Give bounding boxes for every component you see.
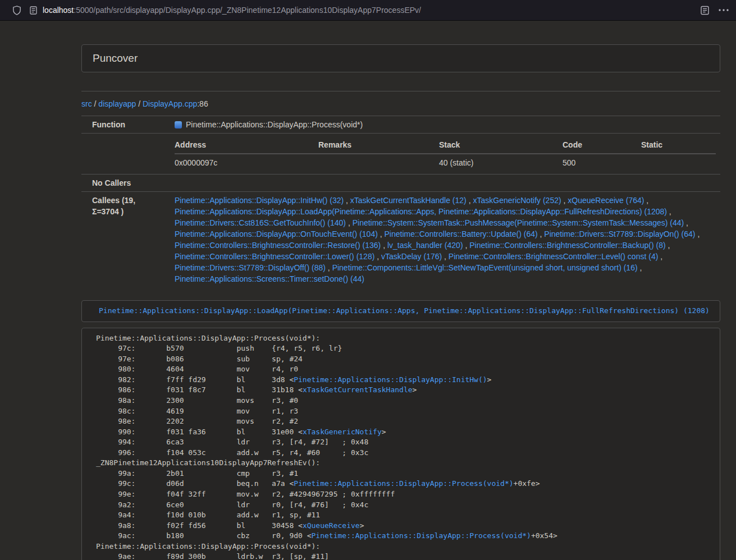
stack-value: 40 (static)	[439, 154, 563, 171]
page-content: Puncover src / displayapp / DisplayApp.c…	[81, 21, 720, 560]
browser-toolbar: localhost:5000/path/src/displayapp/Displ…	[0, 0, 736, 21]
shield-icon[interactable]	[12, 6, 21, 15]
code-symbol-link[interactable]: xTaskGetCurrentTaskHandle	[303, 385, 413, 394]
divider	[81, 91, 720, 91]
code-symbol-link[interactable]: Pinetime::Applications::DisplayApp::Init…	[294, 375, 487, 384]
details-label-empty	[81, 134, 164, 175]
details-row: Address Remarks Stack Code Static 0x0000…	[81, 134, 720, 175]
function-signature-cell: Pinetime::Applications::DisplayApp::Proc…	[164, 116, 720, 134]
address-table-header: Address Remarks Stack Code Static	[175, 136, 716, 154]
address-row: 0x0000097c 40 (static) 500	[175, 154, 716, 171]
callees-list: Pinetime::Applications::DisplayApp::Init…	[164, 192, 720, 288]
app-header-panel: Puncover	[81, 44, 720, 72]
callee-link[interactable]: lv_task_handler (420)	[387, 241, 463, 250]
callees-row: Callees (19, Σ=3704 ) Pinetime::Applicat…	[81, 192, 720, 288]
callee-link[interactable]: xTaskGetCurrentTaskHandle (12)	[350, 196, 467, 205]
breadcrumb-separator: /	[136, 99, 143, 108]
page-info-icon[interactable]	[30, 6, 37, 15]
callee-link[interactable]: Pinetime::Controllers::BrightnessControl…	[469, 241, 665, 250]
breadcrumb-separator: /	[92, 99, 99, 108]
callers-cell-empty	[164, 175, 720, 192]
code-symbol-link[interactable]: Pinetime::Applications::DisplayApp::Proc…	[312, 531, 531, 540]
function-label: Function	[81, 116, 164, 134]
reader-view-icon[interactable]	[701, 6, 709, 15]
disassembly-pre: Pinetime::Applications::DisplayApp::Proc…	[81, 328, 720, 560]
highlighted-callee-box: Pinetime::Applications::DisplayApp::Load…	[81, 300, 720, 322]
breadcrumb: src / displayapp / DisplayApp.cpp:86	[81, 99, 720, 108]
url-path: :5000/path/src/displayapp/DisplayApp.cpp…	[74, 6, 421, 15]
breadcrumb-link-src[interactable]: src	[81, 99, 92, 108]
callee-link[interactable]: Pinetime::Controllers::BrightnessControl…	[449, 252, 658, 261]
breadcrumb-link-file[interactable]: DisplayApp.cpp	[143, 99, 197, 108]
function-type-icon	[175, 121, 182, 128]
col-remarks: Remarks	[318, 136, 439, 154]
details-cell: Address Remarks Stack Code Static 0x0000…	[164, 134, 720, 175]
col-stack: Stack	[439, 136, 563, 154]
function-signature: Pinetime::Applications::DisplayApp::Proc…	[186, 120, 363, 129]
remarks-value	[318, 154, 439, 171]
callee-link[interactable]: Pinetime::Controllers::BrightnessControl…	[175, 252, 374, 261]
page-actions-menu-icon[interactable]	[719, 9, 729, 11]
callee-link[interactable]: Pinetime::Drivers::St7789::DisplayOff() …	[175, 263, 326, 272]
callee-link[interactable]: Pinetime::Applications::Screens::Timer::…	[175, 274, 364, 283]
url-domain: localhost	[43, 6, 74, 15]
callee-link[interactable]: Pinetime::System::SystemTask::PushMessag…	[353, 218, 684, 227]
callee-link[interactable]: Pinetime::Applications::DisplayApp::OnTo…	[175, 229, 378, 238]
callee-link[interactable]: Pinetime::Components::LittleVgl::SetNewT…	[332, 263, 638, 272]
code-symbol-link[interactable]: xQueueReceive	[303, 521, 360, 530]
callee-link[interactable]: Pinetime::Controllers::Battery::Update()…	[385, 229, 538, 238]
callee-link[interactable]: xQueueReceive (764)	[568, 196, 644, 205]
col-address: Address	[175, 136, 318, 154]
breadcrumb-line-number: :86	[197, 99, 208, 108]
no-callers-label: No Callers	[81, 175, 164, 192]
callers-row: No Callers	[81, 175, 720, 192]
url-bar[interactable]: localhost:5000/path/src/displayapp/Displ…	[26, 6, 701, 15]
symbol-table: Function Pinetime::Applications::Display…	[81, 116, 720, 287]
code-symbol-link[interactable]: Pinetime::Applications::DisplayApp::Proc…	[294, 479, 513, 488]
callee-link[interactable]: Pinetime::Applications::DisplayApp::Init…	[175, 196, 344, 205]
callee-link[interactable]: Pinetime::Controllers::BrightnessControl…	[175, 241, 381, 250]
address-table: Address Remarks Stack Code Static 0x0000…	[175, 136, 716, 171]
callees-label: Callees (19, Σ=3704 )	[81, 192, 164, 288]
breadcrumb-link-displayapp[interactable]: displayapp	[98, 99, 136, 108]
code-symbol-link[interactable]: xTaskGenericNotify	[303, 428, 382, 436]
function-row: Function Pinetime::Applications::Display…	[81, 116, 720, 134]
toolbar-actions	[701, 6, 736, 15]
callee-link[interactable]: Pinetime::Drivers::St7789::DisplayOn() (…	[544, 229, 695, 238]
callee-link[interactable]: Pinetime::Drivers::Cst816S::GetTouchInfo…	[175, 218, 346, 227]
callee-link[interactable]: vTaskDelay (176)	[381, 252, 442, 261]
app-title: Puncover	[93, 52, 709, 65]
col-static: Static	[641, 136, 716, 154]
callee-link[interactable]: xTaskGenericNotify (252)	[473, 196, 561, 205]
address-value: 0x0000097c	[175, 154, 318, 171]
callee-link[interactable]: Pinetime::Applications::DisplayApp::Load…	[175, 207, 667, 216]
highlighted-callee-link[interactable]: Pinetime::Applications::DisplayApp::Load…	[99, 306, 710, 315]
code-value: 500	[563, 154, 641, 171]
url-text[interactable]: localhost:5000/path/src/displayapp/Displ…	[43, 6, 421, 15]
col-code: Code	[563, 136, 641, 154]
static-value	[641, 154, 716, 171]
